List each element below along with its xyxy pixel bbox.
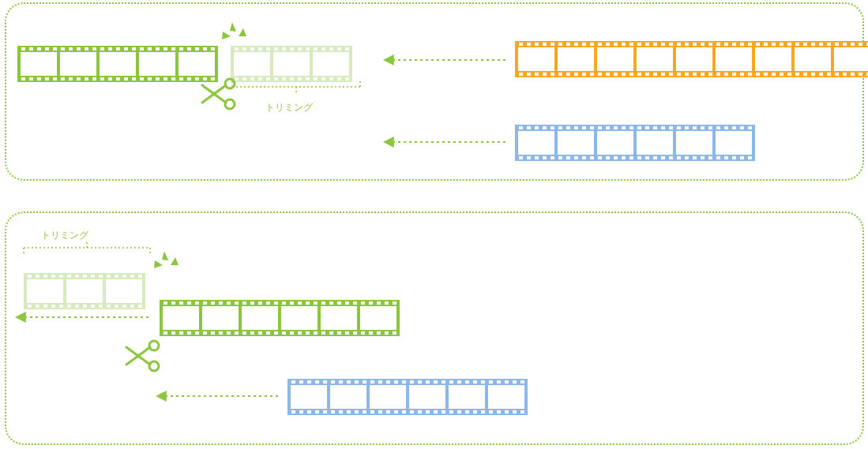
filmstrip-p1-green-faded xyxy=(231,46,352,82)
svg-rect-431 xyxy=(409,385,445,409)
svg-rect-364 xyxy=(281,306,318,330)
svg-rect-148 xyxy=(740,73,744,76)
svg-rect-416 xyxy=(481,380,485,384)
svg-rect-286 xyxy=(99,305,103,308)
svg-rect-15 xyxy=(77,47,81,51)
svg-rect-13 xyxy=(69,47,73,51)
svg-rect-186 xyxy=(716,47,752,71)
svg-rect-398 xyxy=(410,380,414,384)
svg-rect-135 xyxy=(693,43,697,46)
svg-rect-104 xyxy=(566,73,570,76)
svg-rect-87 xyxy=(234,52,270,76)
svg-rect-311 xyxy=(203,301,207,305)
svg-rect-234 xyxy=(685,156,689,159)
svg-rect-182 xyxy=(558,47,594,71)
svg-rect-415 xyxy=(473,410,477,413)
svg-rect-333 xyxy=(290,301,294,305)
svg-rect-414 xyxy=(473,380,477,384)
svg-rect-432 xyxy=(449,385,485,409)
svg-rect-393 xyxy=(386,410,390,413)
svg-rect-12 xyxy=(61,77,65,80)
svg-rect-43 xyxy=(187,47,191,51)
svg-rect-173 xyxy=(843,43,847,46)
svg-rect-27 xyxy=(124,47,128,51)
svg-rect-249 xyxy=(748,126,752,129)
svg-rect-362 xyxy=(202,306,239,330)
svg-rect-210 xyxy=(590,156,594,159)
svg-rect-380 xyxy=(339,380,343,384)
svg-rect-147 xyxy=(740,43,744,46)
svg-rect-230 xyxy=(669,156,673,159)
svg-rect-299 xyxy=(106,279,142,303)
svg-rect-329 xyxy=(274,301,278,305)
svg-rect-227 xyxy=(661,126,665,129)
svg-rect-377 xyxy=(323,410,327,413)
svg-rect-361 xyxy=(163,306,199,330)
svg-rect-108 xyxy=(582,73,586,76)
svg-rect-132 xyxy=(677,73,681,76)
svg-rect-143 xyxy=(724,43,728,46)
svg-rect-129 xyxy=(669,43,673,46)
svg-rect-204 xyxy=(566,156,570,159)
svg-rect-365 xyxy=(321,306,357,330)
svg-rect-193 xyxy=(527,126,531,129)
svg-rect-327 xyxy=(266,301,270,305)
svg-rect-248 xyxy=(740,156,744,159)
svg-rect-84 xyxy=(337,77,341,80)
svg-rect-124 xyxy=(645,73,649,76)
svg-rect-160 xyxy=(787,73,791,76)
svg-rect-247 xyxy=(740,126,744,129)
svg-rect-429 xyxy=(330,385,366,409)
svg-rect-326 xyxy=(258,331,262,335)
svg-rect-231 xyxy=(677,126,681,129)
svg-rect-62 xyxy=(250,77,254,80)
svg-rect-105 xyxy=(574,43,578,46)
svg-rect-354 xyxy=(369,331,373,335)
svg-rect-60 xyxy=(242,77,246,80)
svg-rect-253 xyxy=(597,131,633,155)
svg-rect-77 xyxy=(314,47,318,51)
svg-rect-275 xyxy=(59,275,63,278)
svg-rect-314 xyxy=(211,331,215,335)
svg-rect-242 xyxy=(716,156,720,159)
svg-rect-72 xyxy=(290,77,294,80)
svg-rect-348 xyxy=(345,331,349,335)
svg-rect-347 xyxy=(345,301,349,305)
svg-rect-294 xyxy=(130,305,134,308)
svg-rect-343 xyxy=(329,301,333,305)
svg-rect-291 xyxy=(122,275,126,278)
svg-rect-35 xyxy=(156,47,160,51)
svg-rect-418 xyxy=(489,380,493,384)
svg-rect-394 xyxy=(394,380,398,384)
svg-rect-385 xyxy=(355,410,359,413)
svg-rect-350 xyxy=(353,331,357,335)
svg-rect-402 xyxy=(426,380,430,384)
svg-rect-271 xyxy=(43,275,47,278)
svg-rect-320 xyxy=(235,331,239,335)
svg-rect-219 xyxy=(629,126,633,129)
svg-rect-164 xyxy=(803,73,807,76)
svg-rect-383 xyxy=(347,410,351,413)
svg-rect-220 xyxy=(629,156,633,159)
svg-rect-171 xyxy=(835,43,839,46)
svg-rect-213 xyxy=(606,126,610,129)
svg-rect-98 xyxy=(543,73,547,76)
svg-rect-345 xyxy=(337,301,341,305)
svg-rect-237 xyxy=(701,126,705,129)
svg-rect-344 xyxy=(329,331,333,335)
svg-rect-5 xyxy=(37,47,41,51)
svg-rect-355 xyxy=(377,301,381,305)
svg-rect-424 xyxy=(513,380,517,384)
svg-rect-75 xyxy=(306,47,310,51)
svg-rect-199 xyxy=(550,126,554,129)
svg-rect-381 xyxy=(339,410,343,413)
spark-icon xyxy=(222,22,246,39)
svg-rect-151 xyxy=(756,43,760,46)
svg-rect-420 xyxy=(497,380,501,384)
svg-rect-107 xyxy=(582,43,586,46)
svg-rect-225 xyxy=(653,126,657,129)
svg-rect-22 xyxy=(100,77,104,80)
svg-rect-185 xyxy=(676,47,712,71)
svg-rect-175 xyxy=(851,43,855,46)
svg-rect-195 xyxy=(535,126,539,129)
